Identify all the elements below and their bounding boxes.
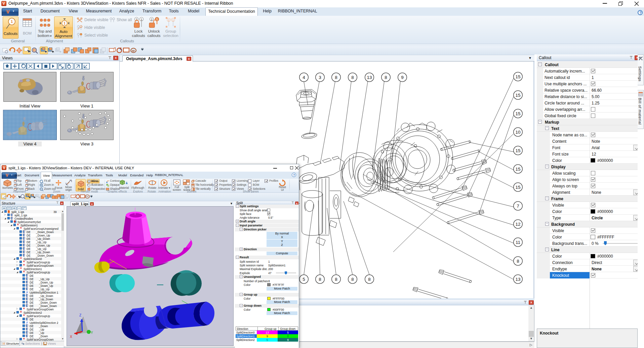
svg-text:7: 7 <box>517 204 519 209</box>
svg-text:8: 8 <box>335 75 337 80</box>
svg-text:15: 15 <box>515 93 520 98</box>
svg-text:2: 2 <box>151 18 152 21</box>
svg-text:2: 2 <box>168 18 169 22</box>
svg-text:11: 11 <box>516 240 520 245</box>
svg-text:1: 1 <box>64 21 66 25</box>
svg-text:1: 1 <box>140 18 142 21</box>
svg-text:X: X <box>70 335 72 339</box>
svg-text:13: 13 <box>367 75 372 80</box>
svg-text:Z: Z <box>79 313 81 317</box>
svg-text:15: 15 <box>515 74 520 79</box>
svg-text:10: 10 <box>515 130 520 135</box>
svg-text:8: 8 <box>517 259 519 264</box>
svg-text:8: 8 <box>335 277 337 282</box>
svg-text:15: 15 <box>515 167 520 172</box>
svg-text:13: 13 <box>515 277 520 282</box>
svg-text:1: 1 <box>172 18 174 22</box>
svg-text:Y: Y <box>91 331 93 335</box>
svg-text:8: 8 <box>351 75 354 80</box>
svg-text:9: 9 <box>401 75 404 80</box>
svg-text:8: 8 <box>351 277 354 282</box>
svg-text:15: 15 <box>515 148 520 153</box>
svg-text:1: 1 <box>11 19 13 24</box>
svg-text:4: 4 <box>303 75 305 80</box>
svg-text:3: 3 <box>319 75 321 80</box>
svg-text:8: 8 <box>385 75 387 80</box>
svg-text:12: 12 <box>515 222 520 227</box>
svg-text:5: 5 <box>303 277 305 282</box>
svg-text:8: 8 <box>319 277 321 282</box>
svg-text:8: 8 <box>368 277 371 282</box>
svg-text:15: 15 <box>515 185 520 190</box>
svg-text:15: 15 <box>515 111 520 116</box>
